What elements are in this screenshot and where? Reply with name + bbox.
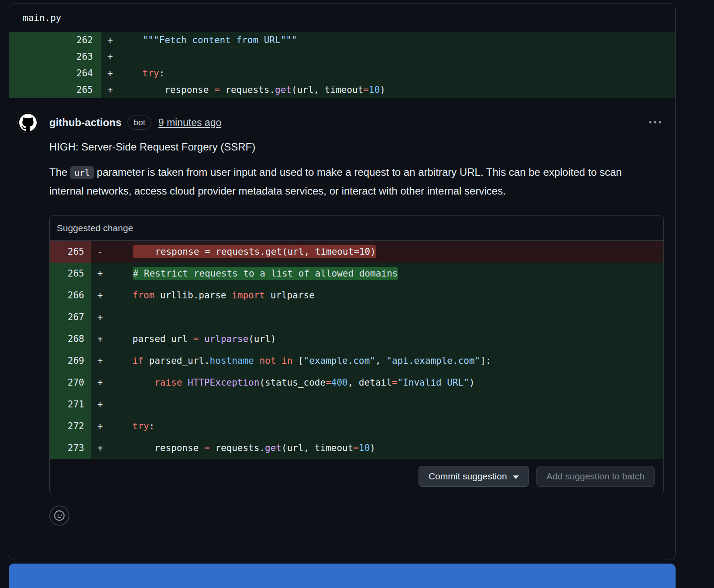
diff-line: 265+ # Restrict requests to a list of al… [50,263,663,284]
finding-title: HIGH: Server-Side Request Forgery (SSRF) [49,140,664,154]
diff-line: 263+ [9,48,675,65]
code-diff-context: 262+ """Fetch content from URL"""263+264… [9,32,675,98]
diff-line: 265- response = requests.get(url, timeou… [50,241,663,263]
chevron-down-icon [513,475,519,479]
code-line: # Restrict requests to a list of allowed… [110,263,663,284]
smiley-icon [54,510,65,521]
diff-line: 269+ if parsed_url.hostname not in ["exa… [50,350,663,372]
comment-timestamp[interactable]: 9 minutes ago [158,117,221,129]
line-number: 265 [50,241,91,263]
comment-header: github-actions bot 9 minutes ago [49,112,664,133]
line-number: 272 [50,415,91,437]
diff-sign: + [101,82,120,98]
diff-line: 267+ [50,306,663,328]
commit-suggestion-button[interactable]: Commit suggestion [419,466,529,487]
diff-sign: + [101,65,120,82]
code-line: response = requests.get(url, timeout=10) [110,437,663,459]
diff-sign: - [91,241,110,263]
suggestion-footer: Commit suggestion Add suggestion to batc… [50,459,663,494]
code-line: response = requests.get(url, timeout=10) [110,241,663,263]
code-line [120,48,675,65]
diff-sign: + [91,263,110,284]
line-number: 265 [50,263,91,284]
file-name[interactable]: main.py [23,13,62,23]
diff-sign: + [101,32,120,48]
line-number: 263 [9,48,101,65]
diff-line: 262+ """Fetch content from URL""" [9,32,675,48]
add-suggestion-to-batch-button[interactable]: Add suggestion to batch [536,466,655,487]
diff-sign: + [101,48,120,65]
diff-line: 265+ response = requests.get(url, timeou… [9,82,675,98]
suggested-change-label: Suggested change [50,216,663,241]
line-number: 271 [50,393,91,415]
code-line: response = requests.get(url, timeout=10) [120,82,675,98]
reaction-row [49,506,664,526]
code-line: try: [110,415,663,437]
bot-badge: bot [127,116,151,130]
avatar[interactable] [17,112,38,133]
line-number: 268 [50,328,91,350]
diff-line: 264+ try: [9,65,675,82]
code-line [110,393,663,415]
code-line [110,306,663,328]
diff-sign: + [91,328,110,350]
line-number: 269 [50,350,91,372]
code-line: try: [120,65,675,82]
comment-body: The url parameter is taken from user inp… [49,163,648,200]
diff-line: 272+ try: [50,415,663,437]
kebab-menu-icon[interactable] [646,115,664,130]
code-line: """Fetch content from URL""" [120,32,675,48]
diff-sign: + [91,284,110,306]
diff-line: 266+ from urllib.parse import urlparse [50,284,663,306]
line-number: 270 [50,372,91,393]
review-comment: github-actions bot 9 minutes ago HIGH: S… [9,98,675,538]
code-line: from urllib.parse import urlparse [110,284,663,306]
code-line: if parsed_url.hostname not in ["example.… [110,350,663,372]
bottom-blue-bar[interactable] [9,564,676,588]
line-number: 266 [50,284,91,306]
diff-line: 268+ parsed_url = urlparse(url) [50,328,663,350]
diff-sign: + [91,437,110,459]
diff-line: 273+ response = requests.get(url, timeou… [50,437,663,459]
review-thread-card: main.py 262+ """Fetch content from URL""… [9,3,676,560]
line-number: 262 [9,32,101,48]
github-octocat-icon [19,114,37,131]
diff-sign: + [91,350,110,372]
line-number: 273 [50,437,91,459]
add-reaction-button[interactable] [49,506,69,526]
comment-main: github-actions bot 9 minutes ago HIGH: S… [49,112,664,526]
diff-sign: + [91,372,110,393]
inline-code: url [70,166,94,179]
suggested-change-box: Suggested change 265- response = request… [49,215,664,494]
line-number: 267 [50,306,91,328]
suggestion-diff: 265- response = requests.get(url, timeou… [50,241,663,459]
commit-suggestion-label: Commit suggestion [429,471,507,482]
code-line: raise HTTPException(status_code=400, det… [110,372,663,393]
diff-line: 271+ [50,393,663,415]
diff-line: 270+ raise HTTPException(status_code=400… [50,372,663,393]
diff-sign: + [91,393,110,415]
line-number: 264 [9,65,101,82]
file-header: main.py [9,4,675,32]
code-line: parsed_url = urlparse(url) [110,328,663,350]
diff-sign: + [91,415,110,437]
line-number: 265 [9,82,101,98]
comment-author[interactable]: github-actions [49,116,121,129]
diff-sign: + [91,306,110,328]
